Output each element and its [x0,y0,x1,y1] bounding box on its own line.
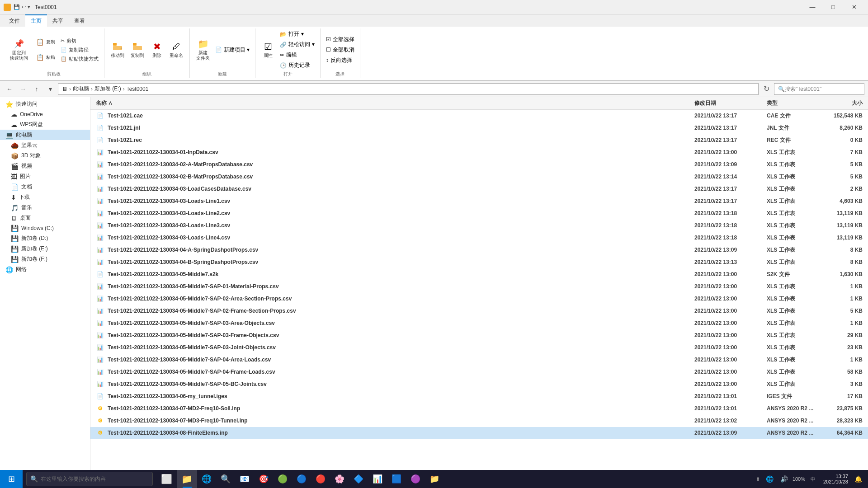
open-dropdown-button[interactable]: 📂 打开 ▾ [278,29,316,39]
sidebar-item-quick-access[interactable]: ⭐ 快速访问 [0,99,90,109]
sidebar-item-pictures[interactable]: 🖼 图片 [0,171,90,182]
sidebar-item-onedrive[interactable]: ☁ OneDrive [0,109,90,119]
taskbar-app6[interactable]: 🔷 [349,470,368,488]
save-btn[interactable]: 💾 [14,4,20,10]
col-header-name[interactable]: 名称 ∧ [94,99,693,108]
col-header-type[interactable]: 类型 [765,99,819,108]
sidebar-item-downloads[interactable]: ⬇ 下载 [0,192,90,202]
back-button[interactable]: ← [4,83,15,95]
paste-shortcut-button[interactable]: 📋 粘贴快捷方式 [59,55,100,63]
table-row[interactable]: 📊 Test-1021-20211022-130034-03-LoadCases… [90,183,868,195]
invert-selection-button[interactable]: ↕ 反向选择 [324,56,356,65]
rename-button[interactable]: 🖊 重命名 [167,39,186,60]
taskbar-ime-icon[interactable]: 中 [807,473,820,485]
path-folder[interactable]: Test0001 [127,86,149,92]
taskbar-mail[interactable]: 📧 [235,470,254,488]
sidebar-item-music[interactable]: 🎵 音乐 [0,202,90,213]
move-to-button[interactable]: → 移动到 [108,39,127,60]
table-row[interactable]: 📊 Test-1021-20211022-130034-05-Middle7-S… [90,342,868,354]
table-row[interactable]: 📄 Test-1021-20211022-130034-05-Middle7.s… [90,268,868,281]
new-folder-button[interactable]: 📁 新建文件夹 [193,37,212,63]
forward-button[interactable]: → [17,83,29,95]
table-row[interactable]: 📊 Test-1021-20211022-130034-05-Middle7-S… [90,366,868,378]
select-all-button[interactable]: ☑ 全部选择 [324,35,356,44]
copy-path-button[interactable]: 📄 复制路径 [59,46,100,54]
search-box[interactable]: 🔍 [774,83,864,95]
taskbar-clock[interactable]: 13:37 2021/10/28 [821,474,850,484]
new-item-button[interactable]: 📄 新建项目 ▾ [213,45,251,55]
sidebar-item-network[interactable]: 🌐 网络 [0,264,90,275]
table-row[interactable]: 📊 Test-1021-20211022-130034-03-Loads-Lin… [90,207,868,220]
taskbar-battery-icon[interactable]: 100% [793,473,805,485]
start-button[interactable]: ⊞ [0,470,23,488]
taskbar-app2[interactable]: 🟢 [273,470,292,488]
table-row[interactable]: 📊 Test-1021-20211022-130034-01-InpData.c… [90,146,868,159]
sidebar-item-3d[interactable]: 📦 3D 对象 [0,150,90,161]
deselect-all-button[interactable]: ☐ 全部取消 [324,45,356,55]
sidebar-item-this-pc[interactable]: 💻 此电脑 [0,130,90,140]
refresh-button[interactable]: ↻ [760,83,772,95]
up-button[interactable]: ↑ [31,83,42,95]
taskbar-edge[interactable]: 🌐 [197,470,216,488]
table-row[interactable]: 📊 Test-1021-20211022-130034-02-A-MatProp… [90,159,868,171]
taskbar-network-icon[interactable]: 🌐 [764,473,776,485]
open-button[interactable]: ☑ 属性 [259,39,277,60]
copy-to-button[interactable]: 复制到 [128,39,147,60]
sidebar-item-wps[interactable]: ☁ WPS网盘 [0,119,90,130]
table-row[interactable]: ⚙ Test-1021-20211022-130034-07-MD2-Freq1… [90,403,868,415]
table-row[interactable]: 📊 Test-1021-20211022-130034-03-Loads-Lin… [90,232,868,244]
taskbar-search-app[interactable]: 🔍 [216,470,235,488]
sidebar-item-desktop[interactable]: 🖥 桌面 [0,213,90,223]
edit-button[interactable]: ✏ 编辑 [278,50,316,60]
table-row[interactable]: 📊 Test-1021-20211022-130034-05-Middle7-S… [90,329,868,342]
taskbar-volume-icon[interactable]: 🔊 [778,473,791,485]
tab-view[interactable]: 查看 [69,14,90,27]
sidebar-item-e-drive[interactable]: 💾 新加卷 (E:) [0,244,90,254]
copy-button[interactable]: 📋 复制 [32,35,58,49]
taskbar-app1[interactable]: 🎯 [254,470,273,488]
table-row[interactable]: 📄 Test-1021.jnl 2021/10/22 13:17 JNL 文件 … [90,122,868,134]
sidebar-item-video[interactable]: 🎬 视频 [0,161,90,171]
taskbar-app4[interactable]: 🔴 [311,470,330,488]
taskbar-task-view[interactable]: ⬜ [156,470,177,488]
history-button[interactable]: 🕒 历史记录 [278,61,316,70]
address-path[interactable]: 🖥 › 此电脑 › 新加卷 (E:) › Test0001 [58,83,759,95]
col-header-size[interactable]: 大小 [819,99,864,108]
col-header-date[interactable]: 修改日期 [693,99,765,108]
qa-dropdown[interactable]: ▾ [28,4,30,10]
taskbar-app3[interactable]: 🔵 [292,470,311,488]
sidebar-item-f-drive[interactable]: 💾 新加卷 (F:) [0,254,90,264]
tab-home[interactable]: 主页 [25,14,47,27]
paste-button[interactable]: 📋 粘贴 [32,50,58,65]
easy-access-button[interactable]: 🔗 轻松访问 ▾ [278,40,316,49]
close-button[interactable]: ✕ [844,0,864,14]
taskbar-explorer[interactable]: 📁 [177,470,197,488]
table-row[interactable]: 📊 Test-1021-20211022-130034-05-Middle7-S… [90,293,868,305]
taskbar-app5[interactable]: 🌸 [330,470,349,488]
undo-btn[interactable]: ↩ [22,4,26,10]
pin-quick-access-button[interactable]: 📌 固定到快速访问 [7,37,31,63]
taskbar-show-desktop[interactable]: ⬆ [754,470,762,488]
table-row[interactable]: 📊 Test-1021-20211022-130034-04-B-SpringD… [90,256,868,268]
table-row[interactable]: ⚙ Test-1021-20211022-130034-07-MD3-Freq1… [90,415,868,427]
minimize-button[interactable]: — [802,0,823,14]
search-input[interactable] [785,86,860,92]
tab-share[interactable]: 共享 [47,14,69,27]
cut-button[interactable]: ✂ 剪切 [59,37,100,45]
taskbar-app8[interactable]: 🟦 [387,470,406,488]
table-row[interactable]: 📄 Test-1021.rec 2021/10/22 13:17 REC 文件 … [90,134,868,146]
taskbar-search-input[interactable] [41,476,149,482]
taskbar-search[interactable]: 🔍 [26,472,153,486]
table-row[interactable]: ⚙ Test-1021-20211022-130034-08-FiniteEle… [90,427,868,439]
table-row[interactable]: 📊 Test-1021-20211022-130034-02-B-MatProp… [90,171,868,183]
maximize-button[interactable]: □ [823,0,844,14]
table-row[interactable]: 📄 Test-1021-20211022-130034-06-my_tunnel… [90,390,868,403]
notification-icon[interactable]: 🔔 [852,473,864,485]
table-row[interactable]: 📊 Test-1021-20211022-130034-05-Middle7-S… [90,378,868,390]
delete-button[interactable]: ✖ 删除 [148,39,166,60]
taskbar-app10[interactable]: 📁 [425,470,444,488]
taskbar-app7[interactable]: 📊 [368,470,387,488]
taskbar-app9[interactable]: 🟣 [406,470,425,488]
table-row[interactable]: 📊 Test-1021-20211022-130034-05-Middle7-S… [90,317,868,329]
table-row[interactable]: 📊 Test-1021-20211022-130034-03-Loads-Lin… [90,195,868,207]
